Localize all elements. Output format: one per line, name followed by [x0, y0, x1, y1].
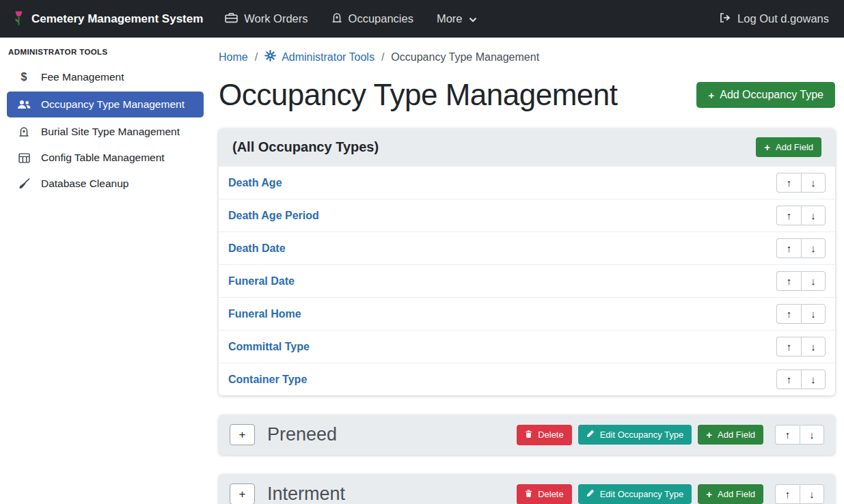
nav-occupancies-label: Occupancies — [349, 12, 413, 25]
move-up-button[interactable]: ↑ — [776, 173, 801, 193]
nav-occupancies[interactable]: Occupancies — [331, 12, 413, 26]
dollar-icon: $ — [16, 71, 31, 83]
arrow-down-icon: ↓ — [809, 429, 815, 440]
move-up-button[interactable]: ↑ — [776, 304, 801, 324]
edit-occupancy-type-button[interactable]: Edit Occupancy Type — [578, 425, 692, 445]
move-up-button[interactable]: ↑ — [776, 238, 801, 258]
add-field-button[interactable]: + Add Field — [756, 137, 821, 157]
plus-icon: + — [764, 142, 770, 152]
app-title: Cemetery Management System — [31, 12, 203, 26]
field-list: Death Age ↑ ↓ Death Age Period ↑ ↓ Dea — [219, 166, 835, 395]
delete-label: Delete — [538, 430, 564, 440]
users-icon — [16, 99, 31, 110]
field-row: Committal Type ↑ ↓ — [219, 330, 835, 363]
reorder-button-group: ↑ ↓ — [776, 337, 826, 356]
nav-work-orders-label: Work Orders — [244, 12, 308, 25]
move-down-button[interactable]: ↓ — [800, 425, 824, 445]
arrow-down-icon: ↓ — [809, 488, 815, 500]
reorder-button-group: ↑ ↓ — [775, 484, 824, 504]
field-link[interactable]: Death Age — [228, 177, 282, 189]
logout-button[interactable]: Log Out d.gowans — [719, 12, 829, 26]
delete-button[interactable]: Delete — [517, 425, 572, 445]
reorder-button-group: ↑ ↓ — [776, 206, 826, 225]
arrow-down-icon: ↓ — [811, 341, 816, 352]
sidebar-item-label: Config Table Management — [41, 152, 165, 164]
field-row: Funeral Date ↑ ↓ — [219, 264, 835, 297]
move-down-button[interactable]: ↓ — [801, 337, 826, 356]
field-link[interactable]: Container Type — [228, 374, 307, 386]
move-down-button[interactable]: ↓ — [801, 173, 826, 193]
expand-section-button[interactable]: + — [230, 424, 255, 445]
move-down-button[interactable]: ↓ — [801, 271, 826, 291]
arrow-up-icon: ↑ — [787, 210, 792, 221]
add-field-button[interactable]: + Add Field — [698, 425, 763, 445]
breadcrumb-home-link[interactable]: Home — [219, 51, 248, 64]
plus-icon: + — [708, 90, 714, 100]
arrow-down-icon: ↓ — [811, 275, 816, 287]
edit-occupancy-type-button[interactable]: Edit Occupancy Type — [578, 484, 692, 504]
move-down-button[interactable]: ↓ — [801, 369, 826, 389]
logout-icon — [719, 12, 731, 26]
expand-section-button[interactable]: + — [230, 484, 255, 504]
move-up-button[interactable]: ↑ — [775, 484, 800, 504]
sidebar-item-occupancy-type-management[interactable]: Occupancy Type Management — [7, 92, 204, 117]
section-title: Preneed — [267, 424, 337, 445]
sidebar-item-database-cleanup[interactable]: Database Cleanup — [0, 171, 210, 197]
pencil-icon — [586, 489, 595, 499]
breadcrumb-separator: / — [255, 51, 258, 64]
add-occupancy-type-label: Add Occupancy Type — [720, 89, 823, 101]
move-up-button[interactable]: ↑ — [776, 271, 801, 291]
sidebar-item-label: Burial Site Type Management — [41, 126, 180, 138]
section-title: Interment — [267, 484, 345, 504]
field-link[interactable]: Death Age Period — [228, 210, 319, 222]
section-actions: Delete Edit Occupancy Type + Add Field ↑… — [517, 425, 824, 445]
nav-more[interactable]: More — [437, 12, 477, 25]
move-down-button[interactable]: ↓ — [801, 206, 826, 225]
move-up-button[interactable]: ↑ — [775, 425, 800, 445]
field-link[interactable]: Funeral Date — [228, 275, 295, 288]
breadcrumb: Home / Administrator Tools / Occupancy T… — [219, 50, 835, 64]
sidebar-item-label: Fee Management — [41, 71, 124, 83]
plus-icon: + — [706, 489, 712, 499]
arrow-up-icon: ↑ — [787, 242, 792, 254]
move-up-button[interactable]: ↑ — [776, 337, 801, 356]
sidebar-item-burial-site-type-management[interactable]: Burial Site Type Management — [0, 119, 210, 145]
gear-icon — [264, 50, 276, 64]
all-occupancy-types-card: (All Occupancy Types) + Add Field Death … — [219, 128, 835, 395]
field-link[interactable]: Funeral Home — [228, 308, 301, 320]
breadcrumb-admin-tools-link[interactable]: Administrator Tools — [264, 50, 375, 64]
move-down-button[interactable]: ↓ — [800, 484, 824, 504]
field-row: Death Age Period ↑ ↓ — [219, 199, 835, 232]
flower-logo-icon — [12, 8, 25, 29]
top-navbar: Cemetery Management System Work Orders O… — [0, 0, 844, 38]
main-content: Home / Administrator Tools / Occupancy T… — [210, 38, 844, 504]
edit-occupancy-type-label: Edit Occupancy Type — [600, 430, 684, 440]
arrow-down-icon: ↓ — [811, 177, 816, 188]
arrow-up-icon: ↑ — [787, 177, 792, 188]
field-link[interactable]: Death Date — [228, 242, 286, 255]
sidebar-item-label: Occupancy Type Management — [41, 98, 185, 111]
move-up-button[interactable]: ↑ — [776, 369, 801, 389]
reorder-button-group: ↑ ↓ — [776, 238, 826, 258]
nav-work-orders[interactable]: Work Orders — [225, 12, 308, 26]
arrow-down-icon: ↓ — [811, 242, 816, 254]
chevron-down-icon — [469, 12, 477, 25]
sidebar-item-config-table-management[interactable]: Config Table Management — [0, 145, 210, 171]
field-row: Death Age ↑ ↓ — [219, 166, 835, 199]
page-title: Occupancy Type Management — [219, 78, 617, 112]
move-down-button[interactable]: ↓ — [801, 304, 826, 324]
trash-icon — [525, 489, 532, 500]
delete-button[interactable]: Delete — [517, 484, 572, 504]
sidebar-item-fee-management[interactable]: $ Fee Management — [0, 64, 210, 90]
reorder-button-group: ↑ ↓ — [776, 304, 826, 324]
arrow-down-icon: ↓ — [811, 374, 816, 385]
move-down-button[interactable]: ↓ — [801, 238, 826, 258]
app-brand[interactable]: Cemetery Management System — [12, 8, 203, 29]
add-field-button[interactable]: + Add Field — [698, 484, 763, 504]
add-occupancy-type-button[interactable]: + Add Occupancy Type — [696, 82, 835, 108]
move-up-button[interactable]: ↑ — [776, 206, 801, 225]
field-link[interactable]: Committal Type — [228, 341, 310, 353]
breadcrumb-admin-tools-label: Administrator Tools — [282, 51, 375, 64]
add-field-label: Add Field — [718, 430, 755, 440]
arrow-down-icon: ↓ — [811, 210, 816, 221]
